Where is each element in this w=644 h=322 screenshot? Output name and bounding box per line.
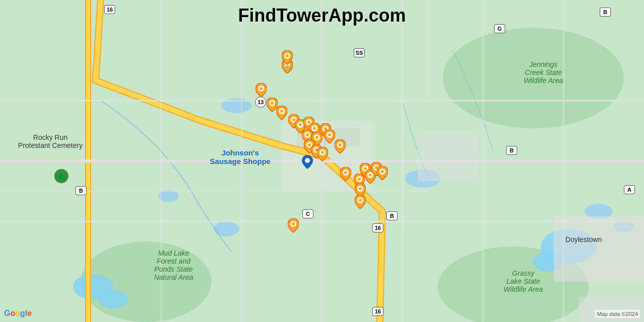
svg-rect-17 xyxy=(418,131,478,181)
tower-pin-1[interactable] xyxy=(256,83,267,97)
road-shield-C: C xyxy=(302,209,313,218)
road-shield-B-mid: B xyxy=(386,211,397,220)
svg-point-54 xyxy=(339,143,342,146)
road-shield-B-right: B xyxy=(506,146,517,155)
road-shield-13: 13 xyxy=(255,97,266,108)
tower-pin-16[interactable] xyxy=(340,167,351,181)
road-shield-SS: SS xyxy=(354,48,365,57)
tower-pin-23[interactable] xyxy=(288,218,299,232)
tower-pin-0[interactable] xyxy=(282,50,293,64)
tower-pin-3[interactable] xyxy=(276,106,287,120)
svg-point-28 xyxy=(271,102,274,105)
svg-rect-19 xyxy=(579,297,644,322)
site-title: FindTowerApp.com xyxy=(238,5,406,26)
svg-point-30 xyxy=(280,110,283,113)
road-shield-16-bot: 16 xyxy=(372,307,383,316)
svg-point-8 xyxy=(214,221,239,236)
svg-point-24 xyxy=(286,54,289,57)
road-shield-B-top-right: B xyxy=(600,8,611,17)
road-shield-B-left: B xyxy=(75,186,87,195)
tower-pin-14[interactable] xyxy=(317,147,328,161)
google-brand: Google xyxy=(4,309,32,318)
svg-point-56 xyxy=(344,171,347,174)
road-shield-A: A xyxy=(624,185,635,194)
cemetery-marker[interactable]: 🌲 xyxy=(54,169,68,183)
svg-point-5 xyxy=(98,290,128,308)
svg-point-26 xyxy=(260,87,263,90)
svg-point-46 xyxy=(328,133,331,136)
tower-pin-24[interactable] xyxy=(355,195,366,209)
svg-point-22 xyxy=(305,158,310,163)
road-shield-G: G xyxy=(494,24,505,33)
svg-point-70 xyxy=(292,222,295,225)
map-container: FindTowerApp.com Rocky RunProtestant Cem… xyxy=(0,0,644,322)
svg-point-40 xyxy=(306,133,309,136)
tower-pin-11[interactable] xyxy=(324,129,335,143)
svg-point-58 xyxy=(358,178,361,181)
svg-rect-18 xyxy=(553,216,644,282)
svg-point-66 xyxy=(381,170,384,173)
svg-point-1 xyxy=(443,28,624,128)
road-shield-16-mid: 16 xyxy=(372,223,383,232)
svg-point-52 xyxy=(321,151,324,154)
svg-point-72 xyxy=(359,199,362,202)
svg-point-68 xyxy=(359,187,362,190)
svg-point-42 xyxy=(315,136,318,139)
map-data-credit: Map data ©2024 xyxy=(595,310,640,318)
svg-point-34 xyxy=(299,123,302,126)
svg-point-38 xyxy=(313,127,316,130)
tower-pin-21[interactable] xyxy=(377,166,388,180)
road-shield-16-top: 16 xyxy=(104,5,115,14)
tower-pin-15[interactable] xyxy=(335,139,346,153)
